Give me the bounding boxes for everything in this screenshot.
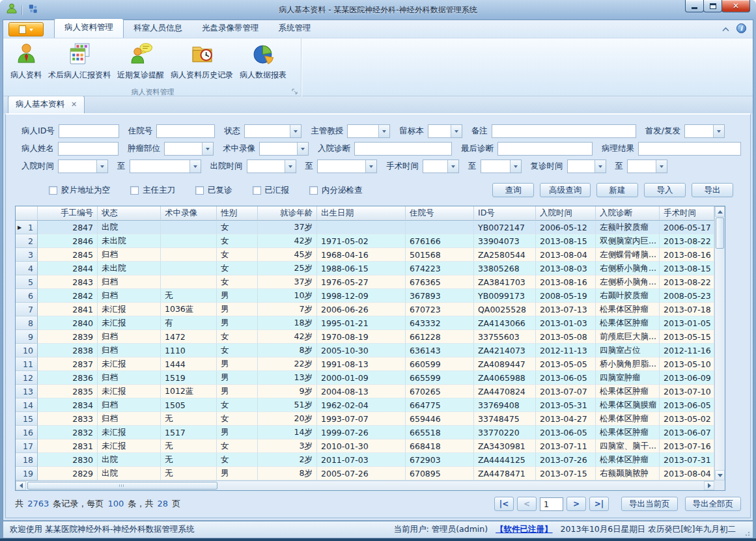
combo-arrow-icon[interactable] — [451, 125, 462, 137]
query-button[interactable]: 查询 — [492, 183, 534, 197]
ribbon-collapse-chevron-icon[interactable] — [721, 22, 730, 35]
next-page-button[interactable]: > — [567, 497, 586, 511]
table-row[interactable]: 132835未汇报1012蓝男9岁2004-08-13670265ZA44708… — [16, 385, 714, 398]
filter-combo[interactable] — [317, 160, 377, 173]
ribbon-button[interactable]: 病人数据报表 — [236, 40, 290, 87]
combo-arrow-icon[interactable] — [656, 160, 667, 173]
filter-combo[interactable] — [567, 160, 606, 173]
filter-input[interactable] — [354, 142, 452, 156]
resize-grip-icon[interactable] — [745, 530, 751, 536]
filter-combo[interactable] — [684, 124, 725, 138]
table-row[interactable]: 42844未出院女25岁1988-06-15674223338052682013… — [16, 262, 714, 275]
column-header[interactable]: 入院时间 — [536, 206, 596, 221]
filter-input[interactable] — [638, 142, 741, 156]
checkbox[interactable] — [195, 186, 204, 195]
column-header[interactable]: 性别 — [217, 206, 258, 221]
filter-input[interactable] — [58, 142, 119, 156]
column-header[interactable]: 术中录像 — [161, 206, 217, 221]
checkbox[interactable] — [49, 186, 57, 195]
column-header[interactable] — [16, 206, 38, 221]
column-header[interactable]: ID号 — [474, 206, 536, 221]
table-row[interactable]: 52843归档女37岁1976-05-27676365ZA38417032013… — [16, 275, 714, 289]
ribbon-button[interactable]: 近期复诊提醒 — [114, 40, 167, 87]
ribbon-button[interactable]: 术后病人汇报资料 — [45, 40, 114, 87]
table-row[interactable]: 22846未出院女42岁1971-05-02676166339040732013… — [16, 234, 714, 248]
scroll-left-button[interactable] — [16, 481, 26, 490]
checkbox[interactable] — [253, 186, 261, 195]
ribbon-tab-2[interactable]: 科室人员信息 — [124, 20, 192, 38]
filter-input[interactable] — [497, 142, 593, 156]
scroll-down-button[interactable] — [715, 470, 725, 480]
minimize-button[interactable] — [685, 0, 704, 12]
scroll-right-button[interactable] — [704, 481, 714, 490]
combo-arrow-icon[interactable] — [365, 160, 376, 173]
maximize-button[interactable] — [703, 0, 722, 12]
dialog-launcher-icon[interactable] — [292, 89, 298, 97]
checkbox[interactable] — [309, 186, 318, 195]
combo-arrow-icon[interactable] — [297, 143, 308, 155]
application-menu-button[interactable] — [8, 22, 44, 36]
new-button[interactable]: 新建 — [596, 183, 638, 197]
filter-combo[interactable] — [259, 142, 309, 156]
table-row[interactable]: 82840未汇报有男18岁1995-01-21643332ZA414306620… — [16, 316, 714, 330]
table-row[interactable]: 32845归档女45岁1968-04-16501568ZA25805442013… — [16, 248, 714, 262]
table-row[interactable]: 92839归档1472女42岁1970-08-19661228337556032… — [16, 330, 714, 344]
column-header[interactable]: 出生日期 — [317, 206, 406, 221]
scroll-up-button[interactable] — [715, 206, 725, 217]
ribbon-button[interactable]: 病人资料 — [7, 40, 45, 87]
checkbox[interactable] — [130, 186, 139, 195]
table-row[interactable]: 102838归档1110女8岁2005-10-30636143ZA4214073… — [16, 344, 714, 357]
column-header[interactable]: 状态 — [98, 206, 161, 221]
column-header[interactable]: 就诊年龄 — [258, 206, 317, 221]
table-row[interactable]: 192829出院无男8岁2005-07-26670895ZA4478471201… — [16, 467, 714, 480]
filter-combo[interactable] — [247, 160, 296, 173]
close-button[interactable]: ✕ — [721, 0, 750, 12]
column-header[interactable]: 手术时间 — [660, 206, 714, 221]
checkbox-option[interactable]: 胶片地址为空 — [49, 185, 110, 196]
table-row[interactable]: 162832未汇报1517男14岁1999-07-266655183377022… — [16, 426, 714, 439]
combo-arrow-icon[interactable] — [290, 125, 301, 137]
filter-combo[interactable] — [428, 124, 462, 138]
export-current-page-button[interactable]: 导出当前页 — [621, 497, 678, 511]
table-row[interactable]: 122836归档1519男13岁2000-01-09665599ZA406598… — [16, 371, 714, 385]
table-row[interactable]: 62842归档无男10岁1998-12-09367893YB0099173200… — [16, 289, 714, 303]
quick-access-squares-icon[interactable] — [27, 3, 38, 17]
filter-combo[interactable] — [347, 124, 390, 138]
combo-arrow-icon[interactable] — [378, 125, 389, 137]
filter-input[interactable] — [492, 124, 636, 138]
page-number-input[interactable] — [540, 497, 563, 511]
ribbon-tab-1[interactable]: 病人资料管理 — [54, 18, 124, 38]
first-page-button[interactable]: |< — [494, 497, 514, 511]
last-page-button[interactable]: >| — [589, 497, 609, 511]
filter-combo[interactable] — [244, 124, 301, 138]
vertical-scrollbar[interactable] — [714, 206, 725, 480]
column-header[interactable]: 入院诊断 — [596, 206, 660, 221]
combo-arrow-icon[interactable] — [202, 143, 213, 155]
filter-combo[interactable] — [130, 160, 201, 173]
checkbox-option[interactable]: 已汇报 — [253, 185, 290, 196]
tab-patient-basic-info[interactable]: 病人基本资料 ✕ — [8, 96, 85, 113]
filter-input[interactable] — [156, 124, 215, 138]
table-row[interactable]: 182830出院无女2岁2011-07-03672903ZA4444125201… — [16, 453, 714, 467]
info-icon[interactable]: i — [736, 23, 746, 33]
checkbox-option[interactable]: 内分泌检查 — [309, 185, 363, 196]
import-button[interactable]: 导入 — [644, 183, 686, 197]
table-row[interactable]: 152833归档无女20岁1993-07-0765944633748475201… — [16, 412, 714, 426]
table-row[interactable]: 72841未汇报1036蓝男7岁2006-06-26670723QA002552… — [16, 303, 714, 316]
horizontal-scroll-thumb[interactable] — [27, 482, 217, 490]
advanced-query-button[interactable]: 高级查询 — [540, 183, 591, 197]
combo-arrow-icon[interactable] — [595, 160, 606, 173]
filter-combo[interactable] — [164, 142, 214, 156]
filter-combo[interactable] — [58, 160, 108, 173]
horizontal-scrollbar[interactable] — [16, 480, 714, 490]
ribbon-tab-4[interactable]: 系统管理 — [269, 20, 321, 38]
combo-arrow-icon[interactable] — [285, 160, 296, 173]
ribbon-button[interactable]: 病人资料历史记录 — [167, 40, 236, 87]
checkbox-option[interactable]: 已复诊 — [195, 185, 232, 196]
table-row[interactable]: 112837未汇报1444男22岁1991-08-13660599ZA40894… — [16, 357, 714, 371]
table-row[interactable]: 1▶2847出院女37岁YB00721472006-05-12左额叶胶质瘤200… — [16, 221, 714, 234]
filter-combo[interactable] — [481, 160, 522, 173]
export-all-pages-button[interactable]: 导出全部页 — [685, 497, 742, 511]
vertical-scroll-thumb[interactable] — [716, 217, 724, 249]
tab-close-icon[interactable]: ✕ — [71, 100, 77, 109]
